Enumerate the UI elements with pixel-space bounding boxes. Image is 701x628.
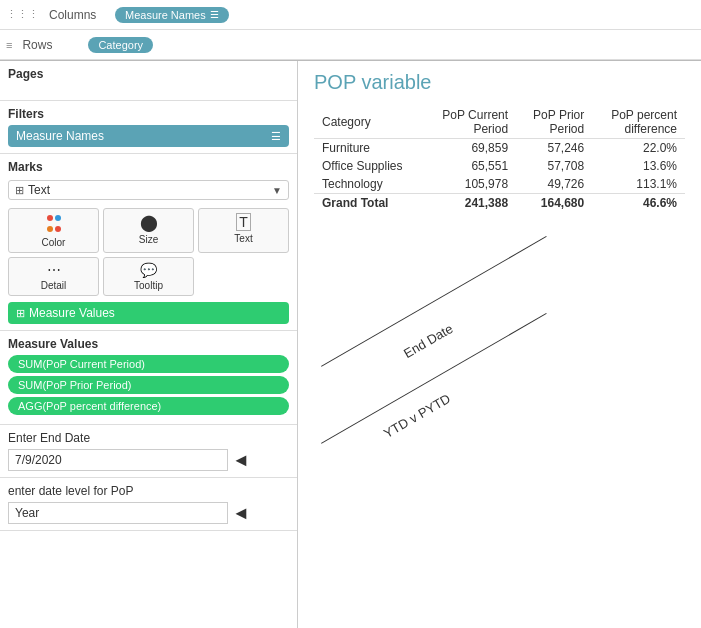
text-label: Text [234, 233, 252, 244]
tooltip-icon: 💬 [140, 262, 157, 278]
size-button[interactable]: ⬤ Size [103, 208, 194, 253]
end-date-diagonal-label: End Date [401, 321, 455, 361]
text-button[interactable]: T Text [198, 208, 289, 253]
cell-pop-current: 65,551 [423, 157, 516, 175]
end-date-input[interactable] [8, 449, 228, 471]
marks-measure-values-pill[interactable]: ⊞ Measure Values [8, 302, 289, 324]
table-row-grand-total: Grand Total 241,388 164,680 46.6% [314, 194, 685, 213]
filters-label: Filters [8, 107, 289, 121]
col-header-pop-pct: PoP percentdifference [592, 106, 685, 139]
columns-icon: ⋮⋮⋮ [6, 8, 39, 21]
diagonal-labels-container: End Date YTD v PYTD [321, 348, 701, 548]
cell-pop-pct: 13.6% [592, 157, 685, 175]
cell-pop-current: 105,978 [423, 175, 516, 194]
cell-pop-prior: 57,708 [516, 157, 592, 175]
table-row: Office Supplies 65,551 57,708 13.6% [314, 157, 685, 175]
cell-grand-total-current: 241,388 [423, 194, 516, 213]
marks-measure-label: Measure Values [29, 306, 115, 320]
rows-pill[interactable]: Category [88, 37, 153, 53]
col-header-category: Category [314, 106, 423, 139]
mv-pill-3[interactable]: AGG(PoP percent difference) [8, 397, 289, 415]
cell-pop-pct: 113.1% [592, 175, 685, 194]
mv-pill-2[interactable]: SUM(PoP Prior Period) [8, 376, 289, 394]
filters-pill-label: Measure Names [16, 129, 104, 143]
end-date-line [321, 236, 547, 367]
cell-grand-total-pct: 46.6% [592, 194, 685, 213]
columns-pill[interactable]: Measure Names ☰ [115, 7, 229, 23]
cell-pop-prior: 49,726 [516, 175, 592, 194]
filters-measure-names-pill[interactable]: Measure Names ☰ [8, 125, 289, 147]
pill-menu-icon: ☰ [210, 9, 219, 20]
detail-icon: ⋯ [47, 262, 60, 278]
cell-pop-current: 69,859 [423, 139, 516, 158]
measure-values-label: Measure Values [8, 337, 289, 351]
marks-label: Marks [8, 160, 289, 174]
cell-category: Furniture [314, 139, 423, 158]
columns-label: Columns [49, 8, 109, 22]
col-header-pop-prior: PoP PriorPeriod [516, 106, 592, 139]
size-label: Size [139, 234, 158, 245]
tooltip-label: Tooltip [134, 280, 163, 291]
cell-category: Office Supplies [314, 157, 423, 175]
color-dots-icon [46, 213, 62, 235]
viz-title: POP variable [314, 71, 685, 94]
date-level-label: enter date level for PoP [8, 484, 289, 498]
marks-type-label: Text [28, 183, 272, 197]
cell-pop-prior: 57,246 [516, 139, 592, 158]
data-table: Category PoP CurrentPeriod PoP PriorPeri… [314, 106, 685, 212]
size-icon: ⬤ [140, 213, 158, 232]
ytd-diagonal-label: YTD v PYTD [381, 391, 453, 441]
tooltip-button[interactable]: 💬 Tooltip [103, 257, 194, 296]
color-label: Color [42, 237, 66, 248]
marks-type-dropdown-icon: ▼ [272, 185, 282, 196]
text-icon: T [236, 213, 251, 231]
cell-pop-pct: 22.0% [592, 139, 685, 158]
pages-label: Pages [8, 67, 289, 81]
end-date-label: Enter End Date [8, 431, 289, 445]
detail-button[interactable]: ⋯ Detail [8, 257, 99, 296]
filters-pill-icon: ☰ [271, 130, 281, 143]
color-button[interactable]: Color [8, 208, 99, 253]
cell-grand-total-prior: 164,680 [516, 194, 592, 213]
rows-icon: ≡ [6, 39, 12, 51]
col-header-pop-current: PoP CurrentPeriod [423, 106, 516, 139]
cell-category: Technology [314, 175, 423, 194]
rows-label: Rows [22, 38, 82, 52]
cell-grand-total-label: Grand Total [314, 194, 423, 213]
end-date-arrow-icon: ◄ [232, 450, 250, 471]
date-level-input[interactable] [8, 502, 228, 524]
table-row: Furniture 69,859 57,246 22.0% [314, 139, 685, 158]
marks-measure-icon: ⊞ [16, 307, 25, 320]
date-level-arrow-icon: ◄ [232, 503, 250, 524]
marks-type-selector[interactable]: ⊞ Text ▼ [8, 180, 289, 200]
table-row: Technology 105,978 49,726 113.1% [314, 175, 685, 194]
mv-pill-1[interactable]: SUM(PoP Current Period) [8, 355, 289, 373]
marks-type-icon: ⊞ [15, 184, 24, 197]
detail-label: Detail [41, 280, 67, 291]
